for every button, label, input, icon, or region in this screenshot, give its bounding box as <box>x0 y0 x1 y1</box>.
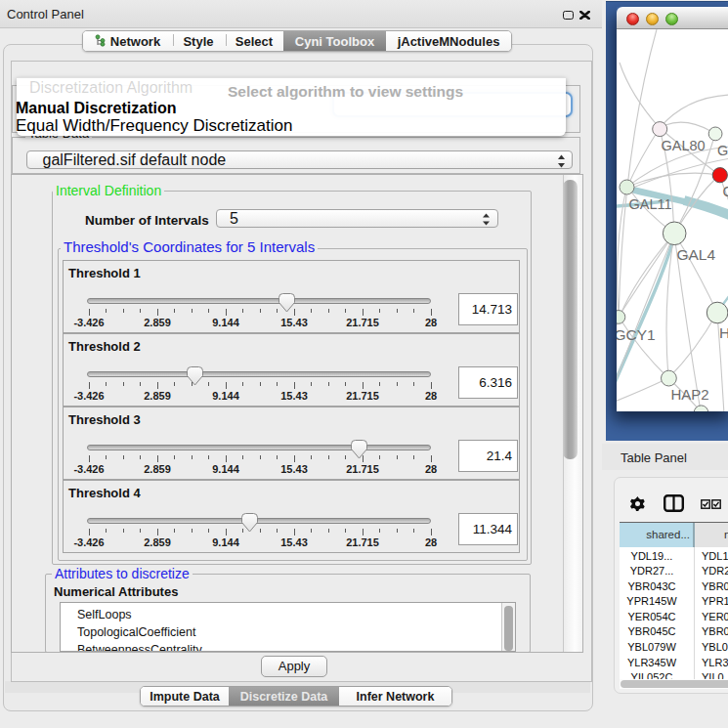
svg-text:HAP2: HAP2 <box>670 386 708 403</box>
svg-text:GA: GA <box>717 143 728 158</box>
svg-text:GAL80: GAL80 <box>662 138 706 153</box>
svg-text:C: C <box>722 184 728 199</box>
svg-text:GAL11: GAL11 <box>629 196 672 212</box>
svg-text:GCY1: GCY1 <box>617 326 656 343</box>
svg-text:H: H <box>719 324 728 341</box>
svg-text:GAL4: GAL4 <box>676 246 715 263</box>
